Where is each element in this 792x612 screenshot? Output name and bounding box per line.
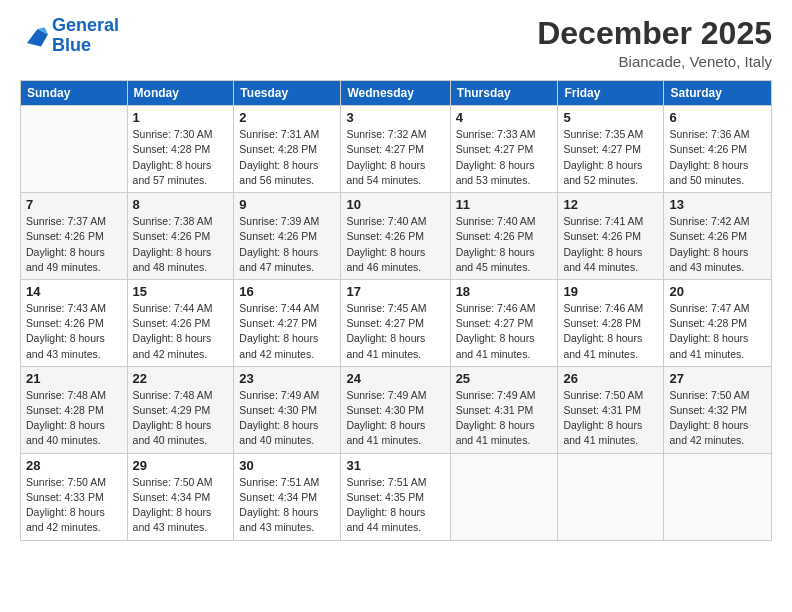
sunrise-text: Sunrise: 7:51 AM [346,475,444,490]
sunrise-text: Sunrise: 7:45 AM [346,301,444,316]
sunrise-text: Sunrise: 7:47 AM [669,301,766,316]
logo-blue: Blue [52,36,119,56]
daylight-text: Daylight: 8 hours and 40 minutes. [26,418,122,448]
day-info: Sunrise: 7:49 AMSunset: 4:30 PMDaylight:… [239,388,335,449]
day-info: Sunrise: 7:40 AMSunset: 4:26 PMDaylight:… [456,214,553,275]
daylight-text: Daylight: 8 hours and 41 minutes. [456,331,553,361]
sunrise-text: Sunrise: 7:50 AM [26,475,122,490]
location-title: Biancade, Veneto, Italy [537,53,772,70]
day-number: 25 [456,371,553,386]
sunset-text: Sunset: 4:26 PM [133,316,229,331]
calendar-day-cell: 2Sunrise: 7:31 AMSunset: 4:28 PMDaylight… [234,106,341,193]
day-number: 13 [669,197,766,212]
calendar-week-row: 14Sunrise: 7:43 AMSunset: 4:26 PMDayligh… [21,279,772,366]
daylight-text: Daylight: 8 hours and 43 minutes. [669,245,766,275]
calendar-day-cell: 30Sunrise: 7:51 AMSunset: 4:34 PMDayligh… [234,453,341,540]
day-number: 1 [133,110,229,125]
calendar-day-cell: 19Sunrise: 7:46 AMSunset: 4:28 PMDayligh… [558,279,664,366]
day-number: 3 [346,110,444,125]
calendar-day-cell: 5Sunrise: 7:35 AMSunset: 4:27 PMDaylight… [558,106,664,193]
daylight-text: Daylight: 8 hours and 50 minutes. [669,158,766,188]
day-info: Sunrise: 7:36 AMSunset: 4:26 PMDaylight:… [669,127,766,188]
sunset-text: Sunset: 4:34 PM [239,490,335,505]
sunrise-text: Sunrise: 7:41 AM [563,214,658,229]
daylight-text: Daylight: 8 hours and 49 minutes. [26,245,122,275]
sunrise-text: Sunrise: 7:46 AM [456,301,553,316]
logo-text: General Blue [52,16,119,56]
calendar-week-row: 28Sunrise: 7:50 AMSunset: 4:33 PMDayligh… [21,453,772,540]
day-number: 24 [346,371,444,386]
sunset-text: Sunset: 4:27 PM [563,142,658,157]
day-number: 28 [26,458,122,473]
day-info: Sunrise: 7:32 AMSunset: 4:27 PMDaylight:… [346,127,444,188]
sunrise-text: Sunrise: 7:50 AM [133,475,229,490]
day-number: 9 [239,197,335,212]
calendar-day-cell: 6Sunrise: 7:36 AMSunset: 4:26 PMDaylight… [664,106,772,193]
sunset-text: Sunset: 4:26 PM [669,229,766,244]
day-number: 20 [669,284,766,299]
header: General Blue December 2025 Biancade, Ven… [20,16,772,70]
calendar-day-cell: 18Sunrise: 7:46 AMSunset: 4:27 PMDayligh… [450,279,558,366]
daylight-text: Daylight: 8 hours and 41 minutes. [669,331,766,361]
sunrise-text: Sunrise: 7:38 AM [133,214,229,229]
sunrise-text: Sunrise: 7:42 AM [669,214,766,229]
sunrise-text: Sunrise: 7:32 AM [346,127,444,142]
sunrise-text: Sunrise: 7:43 AM [26,301,122,316]
day-number: 7 [26,197,122,212]
calendar-day-cell: 12Sunrise: 7:41 AMSunset: 4:26 PMDayligh… [558,193,664,280]
daylight-text: Daylight: 8 hours and 41 minutes. [563,331,658,361]
sunset-text: Sunset: 4:28 PM [133,142,229,157]
sunset-text: Sunset: 4:26 PM [346,229,444,244]
day-number: 11 [456,197,553,212]
day-info: Sunrise: 7:35 AMSunset: 4:27 PMDaylight:… [563,127,658,188]
sunrise-text: Sunrise: 7:30 AM [133,127,229,142]
daylight-text: Daylight: 8 hours and 56 minutes. [239,158,335,188]
calendar-day-cell: 25Sunrise: 7:49 AMSunset: 4:31 PMDayligh… [450,366,558,453]
day-info: Sunrise: 7:48 AMSunset: 4:29 PMDaylight:… [133,388,229,449]
calendar-day-cell: 29Sunrise: 7:50 AMSunset: 4:34 PMDayligh… [127,453,234,540]
calendar-day-cell [450,453,558,540]
logo-icon [20,22,48,50]
sunrise-text: Sunrise: 7:39 AM [239,214,335,229]
day-info: Sunrise: 7:31 AMSunset: 4:28 PMDaylight:… [239,127,335,188]
month-title: December 2025 [537,16,772,51]
sunset-text: Sunset: 4:30 PM [239,403,335,418]
sunrise-text: Sunrise: 7:31 AM [239,127,335,142]
sunset-text: Sunset: 4:27 PM [346,316,444,331]
sunset-text: Sunset: 4:30 PM [346,403,444,418]
col-header-tuesday: Tuesday [234,81,341,106]
sunrise-text: Sunrise: 7:35 AM [563,127,658,142]
col-header-saturday: Saturday [664,81,772,106]
day-info: Sunrise: 7:49 AMSunset: 4:30 PMDaylight:… [346,388,444,449]
daylight-text: Daylight: 8 hours and 44 minutes. [563,245,658,275]
day-info: Sunrise: 7:46 AMSunset: 4:27 PMDaylight:… [456,301,553,362]
calendar-table: SundayMondayTuesdayWednesdayThursdayFrid… [20,80,772,540]
sunset-text: Sunset: 4:33 PM [26,490,122,505]
day-info: Sunrise: 7:37 AMSunset: 4:26 PMDaylight:… [26,214,122,275]
col-header-monday: Monday [127,81,234,106]
sunset-text: Sunset: 4:28 PM [669,316,766,331]
sunset-text: Sunset: 4:31 PM [563,403,658,418]
calendar-day-cell [664,453,772,540]
day-info: Sunrise: 7:40 AMSunset: 4:26 PMDaylight:… [346,214,444,275]
sunset-text: Sunset: 4:27 PM [456,142,553,157]
sunset-text: Sunset: 4:26 PM [26,316,122,331]
logo-general: General [52,15,119,35]
sunset-text: Sunset: 4:27 PM [456,316,553,331]
day-number: 5 [563,110,658,125]
sunset-text: Sunset: 4:26 PM [239,229,335,244]
day-info: Sunrise: 7:46 AMSunset: 4:28 PMDaylight:… [563,301,658,362]
calendar-day-cell: 22Sunrise: 7:48 AMSunset: 4:29 PMDayligh… [127,366,234,453]
daylight-text: Daylight: 8 hours and 52 minutes. [563,158,658,188]
day-info: Sunrise: 7:48 AMSunset: 4:28 PMDaylight:… [26,388,122,449]
day-info: Sunrise: 7:51 AMSunset: 4:34 PMDaylight:… [239,475,335,536]
calendar-day-cell: 21Sunrise: 7:48 AMSunset: 4:28 PMDayligh… [21,366,128,453]
calendar-day-cell: 23Sunrise: 7:49 AMSunset: 4:30 PMDayligh… [234,366,341,453]
calendar-day-cell: 14Sunrise: 7:43 AMSunset: 4:26 PMDayligh… [21,279,128,366]
logo: General Blue [20,16,119,56]
calendar-day-cell: 4Sunrise: 7:33 AMSunset: 4:27 PMDaylight… [450,106,558,193]
day-info: Sunrise: 7:50 AMSunset: 4:31 PMDaylight:… [563,388,658,449]
day-info: Sunrise: 7:49 AMSunset: 4:31 PMDaylight:… [456,388,553,449]
day-number: 14 [26,284,122,299]
daylight-text: Daylight: 8 hours and 41 minutes. [456,418,553,448]
